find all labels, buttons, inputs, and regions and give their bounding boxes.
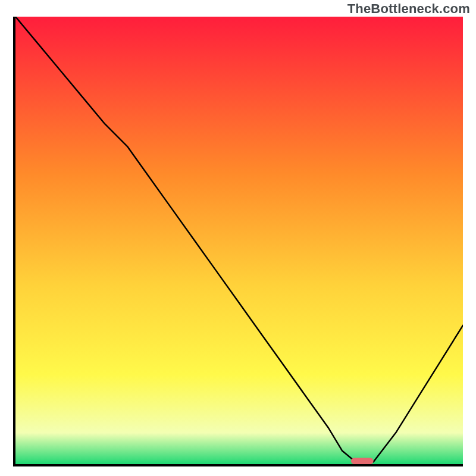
- watermark-text: TheBottleneck.com: [347, 1, 470, 17]
- chart-svg: [15, 17, 463, 464]
- chart-root: TheBottleneck.com: [0, 0, 476, 476]
- gradient-background: [15, 17, 463, 464]
- optimal-range-marker: [351, 458, 374, 464]
- plot-area: [15, 17, 463, 464]
- plot-frame: [13, 17, 463, 466]
